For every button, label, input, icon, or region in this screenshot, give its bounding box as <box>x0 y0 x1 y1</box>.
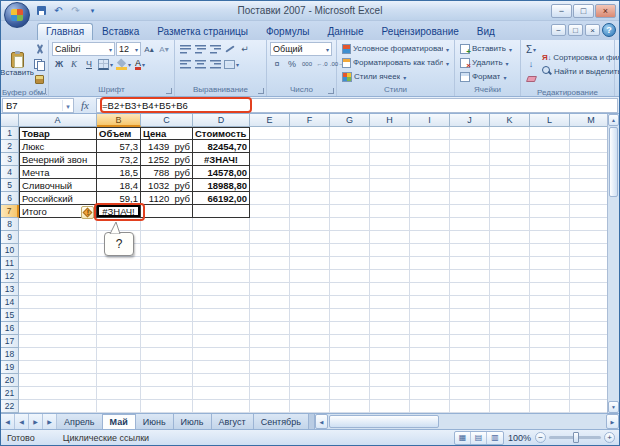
grow-font-button[interactable] <box>142 42 156 56</box>
cell-G9[interactable] <box>330 231 370 244</box>
cell-M14[interactable] <box>570 296 607 309</box>
sheet-tab-Июль[interactable]: Июль <box>174 414 212 429</box>
cell-A10[interactable] <box>19 244 97 257</box>
merge-center-button[interactable] <box>223 57 240 71</box>
cell-L8[interactable] <box>530 218 570 231</box>
column-header-K[interactable]: K <box>490 114 530 127</box>
row-header-21[interactable]: 21 <box>1 387 19 400</box>
horizontal-scroll-track[interactable] <box>440 414 606 429</box>
cell-A20[interactable] <box>19 374 97 387</box>
cell-G8[interactable] <box>330 218 370 231</box>
cell-C17[interactable] <box>141 335 193 348</box>
cell-G4[interactable] <box>330 166 370 179</box>
normal-view-button[interactable] <box>455 432 471 444</box>
cell-E18[interactable] <box>250 348 290 361</box>
cell-B7[interactable]: #ЗНАЧ! <box>97 205 141 218</box>
insert-function-button[interactable]: fx <box>74 99 96 111</box>
cell-M4[interactable] <box>570 166 607 179</box>
cell-L20[interactable] <box>530 374 570 387</box>
zoom-level[interactable]: 100% <box>508 433 531 443</box>
cell-H9[interactable] <box>370 231 410 244</box>
cut-button[interactable] <box>32 42 46 56</box>
number-dialog-launcher-icon[interactable] <box>328 88 334 94</box>
row-header-12[interactable]: 12 <box>1 270 19 283</box>
last-sheet-icon[interactable] <box>43 414 57 429</box>
cell-M10[interactable] <box>570 244 607 257</box>
font-color-button[interactable]: А <box>133 57 147 71</box>
sheet-tab-Август[interactable]: Август <box>212 414 254 429</box>
cell-G2[interactable] <box>330 140 370 153</box>
cell-A5[interactable]: Сливочный <box>19 179 97 192</box>
cell-L17[interactable] <box>530 335 570 348</box>
cell-A18[interactable] <box>19 348 97 361</box>
cell-M21[interactable] <box>570 387 607 400</box>
cell-F2[interactable] <box>290 140 330 153</box>
column-header-G[interactable]: G <box>330 114 370 127</box>
align-middle-button[interactable] <box>193 42 207 56</box>
cell-I1[interactable] <box>410 127 450 140</box>
bold-button[interactable]: Ж <box>52 57 66 71</box>
row-header-15[interactable]: 15 <box>1 309 19 322</box>
cell-I18[interactable] <box>410 348 450 361</box>
cell-M20[interactable] <box>570 374 607 387</box>
row-header-9[interactable]: 9 <box>1 231 19 244</box>
cell-B4[interactable]: 18,5 <box>97 166 141 179</box>
cell-F19[interactable] <box>290 361 330 374</box>
cell-E17[interactable] <box>250 335 290 348</box>
cell-G11[interactable] <box>330 257 370 270</box>
cell-J3[interactable] <box>450 153 490 166</box>
zoom-thumb[interactable] <box>573 432 579 443</box>
cell-L15[interactable] <box>530 309 570 322</box>
cell-K4[interactable] <box>490 166 530 179</box>
zoom-out-button[interactable] <box>535 432 546 443</box>
align-center-button[interactable] <box>193 57 207 71</box>
cell-B16[interactable] <box>97 322 141 335</box>
cell-A8[interactable] <box>19 218 97 231</box>
font-dialog-launcher-icon[interactable] <box>166 88 172 94</box>
comma-format-button[interactable] <box>300 57 314 71</box>
workbook-restore-button[interactable] <box>568 24 583 36</box>
cell-L16[interactable] <box>530 322 570 335</box>
cell-J7[interactable] <box>450 205 490 218</box>
cell-J5[interactable] <box>450 179 490 192</box>
row-header-7[interactable]: 7 <box>1 205 19 218</box>
cell-F8[interactable] <box>290 218 330 231</box>
clear-button[interactable] <box>524 72 538 86</box>
cell-L11[interactable] <box>530 257 570 270</box>
cell-D22[interactable] <box>193 400 250 413</box>
cell-J6[interactable] <box>450 192 490 205</box>
cell-C8[interactable] <box>141 218 193 231</box>
cell-F10[interactable] <box>290 244 330 257</box>
cell-M17[interactable] <box>570 335 607 348</box>
fill-button[interactable] <box>524 57 538 71</box>
cell-L21[interactable] <box>530 387 570 400</box>
circular-references-indicator[interactable]: Циклические ссылки <box>63 433 149 443</box>
cell-L14[interactable] <box>530 296 570 309</box>
horizontal-scrollbar[interactable] <box>315 414 619 429</box>
cell-F3[interactable] <box>290 153 330 166</box>
cell-E2[interactable] <box>250 140 290 153</box>
cell-M15[interactable] <box>570 309 607 322</box>
cell-J14[interactable] <box>450 296 490 309</box>
cell-B6[interactable]: 59,1 <box>97 192 141 205</box>
cell-D19[interactable] <box>193 361 250 374</box>
cell-M5[interactable] <box>570 179 607 192</box>
cell-E14[interactable] <box>250 296 290 309</box>
cell-L10[interactable] <box>530 244 570 257</box>
autosum-button[interactable] <box>524 42 538 56</box>
cell-B14[interactable] <box>97 296 141 309</box>
cell-J9[interactable] <box>450 231 490 244</box>
cell-A15[interactable] <box>19 309 97 322</box>
cell-D14[interactable] <box>193 296 250 309</box>
cell-A16[interactable] <box>19 322 97 335</box>
error-options-button[interactable] <box>81 206 94 219</box>
cell-D15[interactable] <box>193 309 250 322</box>
cell-G17[interactable] <box>330 335 370 348</box>
italic-button[interactable]: К <box>67 57 81 71</box>
cell-C18[interactable] <box>141 348 193 361</box>
cell-I6[interactable] <box>410 192 450 205</box>
row-header-11[interactable]: 11 <box>1 257 19 270</box>
orientation-button[interactable] <box>223 42 237 56</box>
cell-C13[interactable] <box>141 283 193 296</box>
cell-M7[interactable] <box>570 205 607 218</box>
